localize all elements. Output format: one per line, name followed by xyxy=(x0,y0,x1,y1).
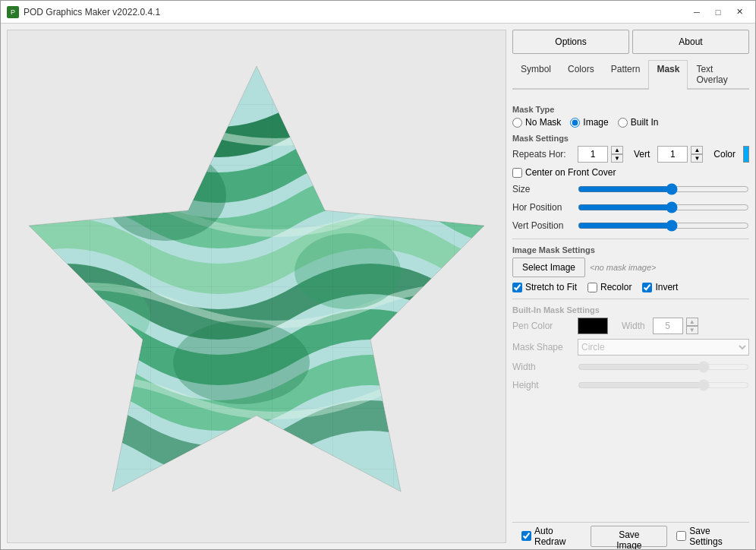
built-in-width-slider-wrapper xyxy=(578,360,749,374)
invert-checkbox[interactable] xyxy=(642,283,652,292)
width-btns: ▲ ▼ xyxy=(686,318,698,334)
invert-label[interactable]: Invert xyxy=(642,282,678,292)
repeats-hor-down[interactable]: ▼ xyxy=(611,154,623,163)
maximize-button[interactable]: □ xyxy=(708,5,728,20)
auto-redraw-checkbox[interactable] xyxy=(521,531,531,541)
mask-type-label: Mask Type xyxy=(512,105,749,114)
title-bar-left: P POD Graphics Maker v2022.0.4.1 xyxy=(7,6,160,18)
options-button[interactable]: Options xyxy=(512,30,629,54)
vert-position-row: Vert Position xyxy=(512,219,749,232)
canvas-svg xyxy=(29,43,484,529)
vert-up[interactable]: ▲ xyxy=(691,146,703,154)
tab-mask[interactable]: Mask xyxy=(648,60,688,90)
top-buttons: Options About xyxy=(512,30,749,54)
pen-color-label: Pen Color xyxy=(512,321,573,331)
size-slider[interactable] xyxy=(578,182,749,196)
tab-pattern[interactable]: Pattern xyxy=(603,60,649,88)
built-in-height-label: Height xyxy=(512,380,573,390)
stretch-label[interactable]: Stretch to Fit xyxy=(512,282,577,292)
size-slider-wrapper xyxy=(578,182,749,196)
pen-color-picker xyxy=(578,318,608,334)
pen-color-row: Pen Color Width ▲ ▼ xyxy=(512,318,749,334)
radio-image-input[interactable] xyxy=(570,118,580,128)
built-in-mask-label: Built-In Mask Settings xyxy=(512,305,749,315)
width-up: ▲ xyxy=(686,318,698,326)
width-down: ▼ xyxy=(686,326,698,334)
close-button[interactable]: ✕ xyxy=(729,5,749,20)
size-row: Size xyxy=(512,182,749,196)
built-in-width-slider xyxy=(578,360,749,374)
repeats-hor-up[interactable]: ▲ xyxy=(611,146,623,154)
mask-settings-label: Mask Settings xyxy=(512,134,749,143)
panel-content: Mask Type No Mask Image Built In xyxy=(512,96,749,522)
tab-symbol[interactable]: Symbol xyxy=(512,60,559,88)
repeats-hor-btns: ▲ ▼ xyxy=(611,146,623,163)
center-checkbox-label[interactable]: Center on Front Cover xyxy=(512,167,616,178)
about-button[interactable]: About xyxy=(632,30,749,54)
main-window: P POD Graphics Maker v2022.0.4.1 ─ □ ✕ xyxy=(0,0,756,550)
hor-position-row: Hor Position xyxy=(512,201,749,214)
radio-image[interactable]: Image xyxy=(570,117,608,128)
select-image-row: Select Image <no mask image> xyxy=(512,258,749,277)
tab-colors[interactable]: Colors xyxy=(559,60,603,88)
built-in-width-label: Width xyxy=(512,362,573,372)
width-spinner: ▲ ▼ xyxy=(653,318,698,334)
right-panel: Options About Symbol Colors Pattern Mask… xyxy=(512,24,755,549)
mask-color-picker[interactable] xyxy=(743,146,749,163)
save-settings-label[interactable]: Save Settings xyxy=(676,526,740,547)
save-settings-checkbox[interactable] xyxy=(676,531,686,541)
save-image-button[interactable]: Save Image xyxy=(591,526,667,547)
stretch-checkbox[interactable] xyxy=(512,283,522,292)
width-label: Width xyxy=(622,321,645,331)
vert-label: Vert xyxy=(634,149,650,160)
vert-position-slider[interactable] xyxy=(578,219,749,232)
image-options-row: Stretch to Fit Recolor Invert xyxy=(512,282,749,292)
built-in-width-row: Width xyxy=(512,360,749,374)
divider-1 xyxy=(512,239,749,239)
recolor-checkbox[interactable] xyxy=(587,283,597,292)
image-mask-label: Image Mask Settings xyxy=(512,245,749,254)
no-image-text: <no mask image> xyxy=(590,263,656,272)
vert-down[interactable]: ▼ xyxy=(691,154,703,163)
minimize-button[interactable]: ─ xyxy=(687,5,707,20)
hor-position-slider[interactable] xyxy=(578,201,749,214)
radio-built-in-input[interactable] xyxy=(618,118,628,128)
repeats-hor-spinner: ▲ ▼ xyxy=(578,146,623,163)
vert-spinner: ▲ ▼ xyxy=(657,146,703,163)
tabs: Symbol Colors Pattern Mask Text Overlay xyxy=(512,60,749,90)
hor-position-label: Hor Position xyxy=(512,202,573,213)
center-row: Center on Front Cover xyxy=(512,167,749,178)
size-label: Size xyxy=(512,184,573,194)
radio-no-mask-input[interactable] xyxy=(512,118,522,128)
title-bar: P POD Graphics Maker v2022.0.4.1 ─ □ ✕ xyxy=(1,1,755,24)
built-in-height-slider xyxy=(578,378,749,392)
hor-slider-wrapper xyxy=(578,201,749,214)
tab-text-overlay[interactable]: Text Overlay xyxy=(688,60,749,88)
recolor-label[interactable]: Recolor xyxy=(587,282,632,292)
mask-shape-row: Mask Shape Circle xyxy=(512,339,749,356)
mask-type-group: No Mask Image Built In xyxy=(512,117,749,128)
mask-shape-select: Circle xyxy=(578,339,749,356)
repeats-hor-label: Repeats Hor: xyxy=(512,149,573,160)
radio-built-in[interactable]: Built In xyxy=(618,117,659,128)
bottom-bar: Auto Redraw Save Image Save Settings xyxy=(512,522,749,549)
svg-marker-8 xyxy=(29,66,484,492)
divider-2 xyxy=(512,299,749,299)
app-title: POD Graphics Maker v2022.0.4.1 xyxy=(24,7,160,17)
color-label: Color xyxy=(713,149,736,160)
window-controls: ─ □ ✕ xyxy=(687,5,749,20)
built-in-height-slider-wrapper xyxy=(578,378,749,392)
canvas-area xyxy=(7,30,506,543)
repeats-row: Repeats Hor: ▲ ▼ Vert ▲ ▼ xyxy=(512,146,749,163)
main-content: Options About Symbol Colors Pattern Mask… xyxy=(1,24,755,549)
vert-input[interactable] xyxy=(657,146,688,163)
vert-position-label: Vert Position xyxy=(512,220,573,231)
center-checkbox[interactable] xyxy=(512,168,522,178)
mask-shape-label: Mask Shape xyxy=(512,342,573,352)
select-image-button[interactable]: Select Image xyxy=(512,258,585,277)
width-input xyxy=(653,318,683,334)
auto-redraw-label[interactable]: Auto Redraw xyxy=(521,526,581,547)
repeats-hor-input[interactable] xyxy=(578,146,608,163)
built-in-height-row: Height xyxy=(512,378,749,392)
radio-no-mask[interactable]: No Mask xyxy=(512,117,561,128)
